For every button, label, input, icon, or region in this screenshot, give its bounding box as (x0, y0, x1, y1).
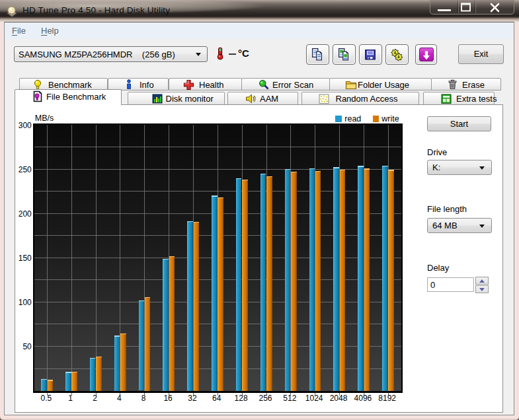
svg-text:2: 2 (93, 394, 97, 403)
svg-text:0.5: 0.5 (40, 394, 52, 403)
svg-text:256: 256 (259, 394, 272, 403)
svg-text:200: 200 (18, 209, 31, 219)
svg-text:write: write (381, 114, 399, 123)
svg-text:512: 512 (283, 394, 296, 403)
svg-text:4: 4 (117, 394, 122, 403)
svg-text:read: read (344, 114, 361, 123)
svg-text:50: 50 (22, 342, 32, 351)
svg-text:250: 250 (18, 165, 31, 174)
svg-text:32: 32 (188, 394, 197, 403)
svg-text:300: 300 (18, 121, 31, 130)
svg-text:8: 8 (141, 394, 145, 403)
svg-text:8192: 8192 (378, 394, 396, 403)
svg-text:128: 128 (234, 394, 247, 403)
svg-text:64: 64 (212, 394, 221, 403)
svg-text:2048: 2048 (329, 394, 347, 403)
svg-text:MB/s: MB/s (34, 114, 53, 123)
svg-text:1: 1 (68, 394, 73, 403)
svg-text:1024: 1024 (305, 394, 323, 403)
svg-text:4096: 4096 (354, 394, 372, 403)
svg-text:150: 150 (18, 254, 31, 263)
svg-text:100: 100 (18, 298, 31, 307)
svg-text:16: 16 (163, 394, 173, 403)
